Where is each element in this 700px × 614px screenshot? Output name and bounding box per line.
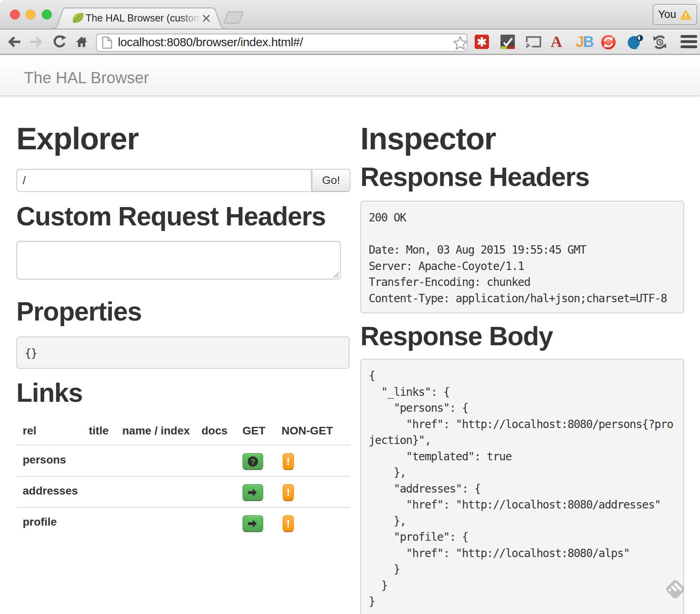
link-title xyxy=(82,507,116,538)
traffic-light-minimize-icon[interactable] xyxy=(25,10,35,20)
lastpass-extension-icon[interactable] xyxy=(475,35,489,49)
link-rel: persons xyxy=(16,445,82,476)
go-button[interactable]: Go! xyxy=(312,169,350,192)
non-get-button[interactable]: ! xyxy=(283,515,294,532)
link-docs xyxy=(195,476,236,507)
link-rel: addresses xyxy=(16,476,82,507)
get-templated-button[interactable]: ? xyxy=(242,453,263,470)
address-bar[interactable]: localhost:8080/browser/index.html#/ xyxy=(96,33,467,52)
menu-hamburger-icon[interactable] xyxy=(680,35,697,49)
link-row-addresses: addresses ! xyxy=(16,476,350,507)
warning-triangle-icon xyxy=(680,10,692,20)
chromecast-extension-icon[interactable] xyxy=(525,35,542,49)
response-body-value: { "_links": { "persons": { "href": "http… xyxy=(360,359,684,614)
profile-name-label: You xyxy=(658,8,677,21)
link-name-index xyxy=(116,507,195,538)
links-table-header-row: rel title name / index docs GET NON-GET xyxy=(16,418,350,445)
forward-button-icon[interactable] xyxy=(29,35,43,49)
response-body-heading: Response Body xyxy=(360,323,553,349)
link-title xyxy=(82,445,116,476)
bookmark-star-icon[interactable] xyxy=(452,35,468,51)
reload-button-icon[interactable] xyxy=(52,34,67,49)
explorer-heading: Explorer xyxy=(16,123,139,154)
non-get-button[interactable]: ! xyxy=(283,484,294,501)
spring-leaf-favicon-icon xyxy=(72,12,84,23)
col-header-get: GET xyxy=(236,418,275,445)
get-follow-button[interactable] xyxy=(242,484,263,501)
traffic-light-close-icon[interactable] xyxy=(10,10,20,20)
explorer-form: Go! xyxy=(16,169,350,192)
link-name-index xyxy=(116,445,195,476)
link-docs xyxy=(195,445,236,476)
col-header-title: title xyxy=(82,418,116,445)
links-heading: Links xyxy=(16,379,82,406)
question-sign-icon: ? xyxy=(247,456,258,467)
home-button-icon[interactable] xyxy=(74,34,89,49)
navbar: The HAL Browser xyxy=(0,55,700,96)
response-headers-heading: Response Headers xyxy=(360,164,589,190)
links-table: rel title name / index docs GET NON-GET … xyxy=(16,418,350,538)
page-document-icon[interactable] xyxy=(102,36,112,49)
col-header-name-index: name / index xyxy=(116,418,195,445)
col-header-non-get: NON-GET xyxy=(275,418,350,445)
jb-extension-icon[interactable]: JB xyxy=(576,35,593,49)
custom-headers-textarea[interactable] xyxy=(16,241,341,280)
font-a-extension-icon[interactable]: A xyxy=(551,34,562,50)
properties-heading: Properties xyxy=(16,298,141,325)
arrow-right-icon xyxy=(247,518,258,529)
link-title xyxy=(82,476,116,507)
history-reload-extension-icon[interactable] xyxy=(652,34,668,50)
new-tab-button[interactable] xyxy=(220,11,245,24)
arrow-right-icon xyxy=(247,487,258,498)
col-header-docs: docs xyxy=(195,418,236,445)
properties-value: {} xyxy=(16,336,350,369)
get-follow-button[interactable] xyxy=(242,515,263,532)
browser-toolbar: localhost:8080/browser/index.html#/ xyxy=(0,29,700,55)
link-row-persons: persons ? ! xyxy=(16,445,350,476)
traffic-light-zoom-icon[interactable] xyxy=(42,10,52,20)
path-input[interactable] xyxy=(16,169,312,192)
response-headers-value: 200 OK Date: Mon, 03 Aug 2015 19:55:45 G… xyxy=(360,201,684,313)
custom-request-headers-heading: Custom Request Headers xyxy=(16,203,326,229)
brand-title[interactable]: The HAL Browser xyxy=(24,70,149,86)
non-get-button[interactable]: ! xyxy=(283,453,294,470)
col-header-rel: rel xyxy=(16,418,82,445)
tab-close-icon[interactable] xyxy=(202,14,210,22)
feedly-mini-icon[interactable] xyxy=(665,579,686,600)
tab-strip: The HAL Browser (customiz You xyxy=(0,0,700,29)
link-rel: profile xyxy=(16,507,82,538)
link-row-profile: profile ! xyxy=(16,507,350,538)
browser-chrome: The HAL Browser (customiz You xyxy=(0,0,700,55)
link-name-index xyxy=(116,476,195,507)
link-docs xyxy=(195,507,236,538)
inspector-heading: Inspector xyxy=(360,123,496,154)
svg-text:?: ? xyxy=(250,458,255,466)
checker-extension-icon[interactable] xyxy=(501,35,515,49)
url-text[interactable]: localhost:8080/browser/index.html#/ xyxy=(118,36,303,49)
page-content: The HAL Browser Explorer Go! Custom Requ… xyxy=(0,55,700,614)
textarea-resize-grip-icon[interactable] xyxy=(333,272,339,278)
sync-orb-extension-icon[interactable] xyxy=(601,35,616,50)
tab-title[interactable]: The HAL Browser (customiz xyxy=(86,12,204,24)
blue-circle-extension-icon[interactable] xyxy=(628,35,643,50)
profile-you-button[interactable]: You xyxy=(653,4,697,25)
back-button-icon[interactable] xyxy=(7,35,22,49)
